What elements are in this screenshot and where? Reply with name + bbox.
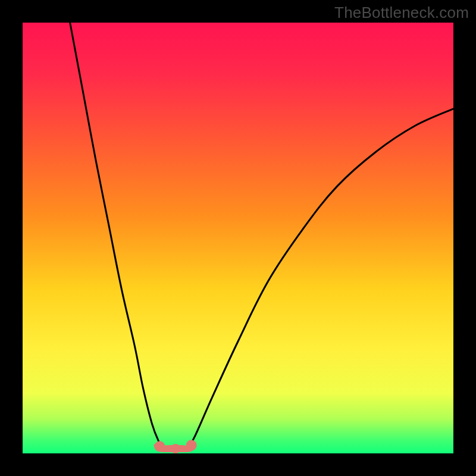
chart-frame: TheBottleneck.com <box>0 0 476 476</box>
valley-marker-cap <box>186 440 197 450</box>
valley-marker-cap <box>171 444 180 453</box>
bottleneck-chart <box>0 0 476 476</box>
plot-background <box>23 23 453 453</box>
valley-marker-cap <box>154 441 165 452</box>
